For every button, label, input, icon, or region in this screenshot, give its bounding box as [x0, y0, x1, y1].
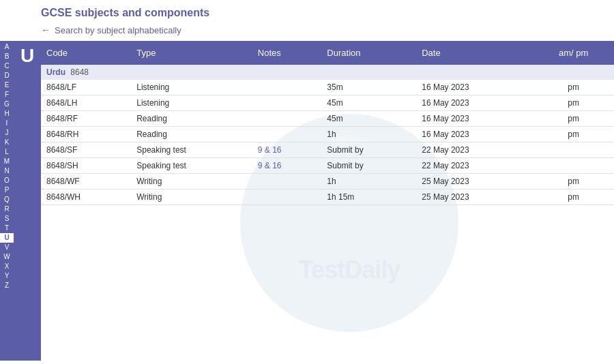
- alpha-item-n[interactable]: N: [0, 166, 14, 176]
- cell-type: Speaking test: [131, 142, 252, 158]
- cell-date: 22 May 2023: [416, 158, 533, 174]
- alpha-item-i[interactable]: I: [0, 119, 14, 128]
- cell-notes: 9 & 16: [252, 158, 322, 174]
- cell-date: 16 May 2023: [416, 127, 533, 142]
- cell-notes: [252, 80, 322, 95]
- cell-duration: 1h: [321, 174, 416, 189]
- alpha-item-l[interactable]: L: [0, 147, 14, 157]
- table-row: 8648/WF Writing 1h 25 May 2023 pm: [41, 174, 614, 189]
- alpha-item-b[interactable]: B: [0, 52, 14, 61]
- cell-type: Reading: [131, 127, 252, 142]
- col-header-duration: Duration: [321, 41, 416, 65]
- cell-code: 8648/SF: [41, 142, 131, 158]
- alpha-item-r[interactable]: R: [0, 204, 14, 214]
- alpha-item-v[interactable]: V: [0, 243, 14, 252]
- cell-notes: [252, 189, 322, 205]
- alpha-item-o[interactable]: O: [0, 176, 14, 185]
- cell-date: 25 May 2023: [416, 189, 533, 205]
- search-bar[interactable]: ← Search by subject alphabetically: [0, 22, 614, 41]
- alpha-item-k[interactable]: K: [0, 138, 14, 147]
- alpha-item-f[interactable]: F: [0, 90, 14, 100]
- cell-duration: 1h: [321, 127, 416, 142]
- cell-notes: [252, 127, 322, 142]
- cell-ampm: pm: [533, 95, 614, 111]
- cell-notes: [252, 111, 322, 127]
- page-title: GCSE subjects and components: [0, 0, 614, 22]
- alpha-item-e[interactable]: E: [0, 80, 14, 90]
- cell-ampm: pm: [533, 189, 614, 205]
- col-header-type: Type: [131, 41, 252, 65]
- cell-type: Speaking test: [131, 158, 252, 174]
- alpha-item-g[interactable]: G: [0, 100, 14, 109]
- svg-rect-1: [329, 213, 370, 219]
- cell-date: 16 May 2023: [416, 111, 533, 127]
- cell-code: 8648/SH: [41, 158, 131, 174]
- alpha-item-t[interactable]: T: [0, 224, 14, 233]
- alpha-item-s[interactable]: S: [0, 214, 14, 224]
- content-area: TestDaily Code Type Notes Duration Date …: [41, 41, 614, 361]
- cell-code: 8648/WH: [41, 189, 131, 205]
- table-row: 8648/LF Listening 35m 16 May 2023 pm: [41, 80, 614, 95]
- table-row: 8648/SF Speaking test 9 & 16 Submit by 2…: [41, 142, 614, 158]
- cell-notes: [252, 174, 322, 189]
- alpha-item-j[interactable]: J: [0, 128, 14, 138]
- cell-type: Writing: [131, 189, 252, 205]
- alpha-item-h[interactable]: H: [0, 109, 14, 119]
- alpha-item-d[interactable]: D: [0, 71, 14, 80]
- data-table: Code Type Notes Duration Date am/ pm Urd…: [41, 41, 614, 205]
- table-row: 8648/RH Reading 1h 16 May 2023 pm: [41, 127, 614, 142]
- table-row: 8648/RF Reading 45m 16 May 2023 pm: [41, 111, 614, 127]
- alpha-item-c[interactable]: C: [0, 61, 14, 71]
- cell-ampm: pm: [533, 174, 614, 189]
- cell-type: Writing: [131, 174, 252, 189]
- alpha-item-u[interactable]: U: [0, 233, 14, 243]
- cell-date: 25 May 2023: [416, 174, 533, 189]
- cell-type: Listening: [131, 95, 252, 111]
- back-arrow-icon: ←: [41, 25, 50, 35]
- cell-code: 8648/WF: [41, 174, 131, 189]
- cell-duration: 35m: [321, 80, 416, 95]
- cell-ampm: pm: [533, 111, 614, 127]
- cell-type: Listening: [131, 80, 252, 95]
- col-header-code: Code: [41, 41, 131, 65]
- cell-duration: 45m: [321, 95, 416, 111]
- cell-ampm: pm: [533, 80, 614, 95]
- col-header-date: Date: [416, 41, 533, 65]
- cell-ampm: [533, 142, 614, 158]
- col-header-ampm: am/ pm: [533, 41, 614, 65]
- cell-date: 16 May 2023: [416, 80, 533, 95]
- cell-code: 8648/LH: [41, 95, 131, 111]
- alpha-item-z[interactable]: Z: [0, 281, 14, 290]
- table-row: 8648/WH Writing 1h 15m 25 May 2023 pm: [41, 189, 614, 205]
- search-label: Search by subject alphabetically: [55, 25, 181, 35]
- table-row: 8648/SH Speaking test 9 & 16 Submit by 2…: [41, 158, 614, 174]
- alpha-item-x[interactable]: X: [0, 262, 14, 271]
- cell-notes: 9 & 16: [252, 142, 322, 158]
- cell-duration: 1h 15m: [321, 189, 416, 205]
- alphabet-sidebar: ABCDEFGHIJKLMNOPQRSTUVWXYZ: [0, 41, 14, 361]
- alpha-item-q[interactable]: Q: [0, 195, 14, 204]
- cell-ampm: [533, 158, 614, 174]
- cell-duration: Submit by: [321, 158, 416, 174]
- table-row: 8648/LH Listening 45m 16 May 2023 pm: [41, 95, 614, 111]
- cell-ampm: pm: [533, 127, 614, 142]
- cell-notes: [252, 95, 322, 111]
- u-section-block: U: [14, 41, 41, 361]
- watermark-text: TestDaily: [299, 256, 400, 284]
- cell-code: 8648/LF: [41, 80, 131, 95]
- alpha-item-y[interactable]: Y: [0, 271, 14, 281]
- cell-date: 16 May 2023: [416, 95, 533, 111]
- subject-group-row: Urdu 8648: [41, 65, 614, 80]
- alpha-item-w[interactable]: W: [0, 252, 14, 262]
- subject-label: Urdu: [46, 67, 65, 77]
- alpha-item-a[interactable]: A: [0, 42, 14, 52]
- alpha-item-p[interactable]: P: [0, 185, 14, 195]
- col-header-notes: Notes: [252, 41, 322, 65]
- cell-code: 8648/RF: [41, 111, 131, 127]
- u-letter: U: [20, 45, 34, 67]
- cell-duration: Submit by: [321, 142, 416, 158]
- alpha-item-m[interactable]: M: [0, 157, 14, 166]
- cell-duration: 45m: [321, 111, 416, 127]
- subject-code: 8648: [70, 67, 89, 77]
- cell-code: 8648/RH: [41, 127, 131, 142]
